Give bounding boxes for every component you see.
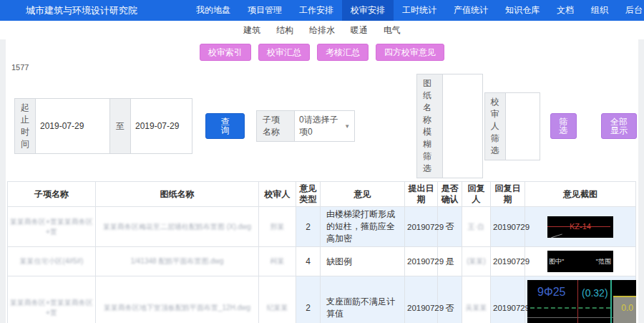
subitem-group: 子项名称 0请选择子项0 ▼ [256, 110, 355, 142]
table-header-row: 子项名称 图纸名称 校审人 意见类型 意见 提出日期 是否确认 回复人 回复日期… [8, 182, 636, 207]
nav-item-work-schedule[interactable]: 工作安排 [291, 0, 342, 21]
rebar-callout: 9Φ25 [537, 286, 565, 299]
dimension-value: 0.0 [621, 303, 633, 313]
col-reply-date: 回复日期 [491, 182, 525, 207]
col-opinion: 意见 [321, 182, 405, 207]
app-title: 城市建筑与环境设计研究院 [26, 4, 137, 17]
cell-subitem: 某某商务区+置某某商务区+置 [8, 276, 96, 323]
cell-screenshot: 9Φ25 (0.32) 0.0 [525, 276, 636, 323]
cell-opinion: 由楼梯梁打断形成的短柱，箍筋应全高加密 [321, 207, 405, 247]
four-party-review-button[interactable]: 四方校审意见 [376, 44, 444, 61]
table-row: 某某住宅小区(4#5#) 1/41348 配筋平面布置图.dwg 柯某 4 缺图… [8, 247, 636, 276]
nav-item-my-area[interactable]: 我的地盘 [187, 0, 239, 21]
tab-architecture[interactable]: 建筑 [243, 24, 260, 37]
cell-submit-date: 20190729 [405, 276, 438, 323]
reviewer-filter-input[interactable] [506, 92, 540, 160]
cell-opinion: 缺图例 [321, 247, 405, 276]
cell-reply-date: 20190729 [491, 207, 525, 247]
cell-drawing: 某某商务区梅花至二层墙柱配筋布置图 (X).dwg [96, 207, 259, 247]
filter-button[interactable]: 筛选 [550, 113, 577, 139]
cell-screenshot: KZ-14 [525, 207, 636, 247]
cell-reply-date: 20190729 [491, 247, 525, 276]
filter-bar: 起止时间 至 查询 子项名称 0请选择子项0 ▼ 图纸名称模糊筛选 校审人筛选 … [7, 74, 637, 178]
col-drawing-name: 图纸名称 [96, 182, 259, 207]
cell-replier: 吴某某 [462, 276, 491, 323]
reviewer-filter-label: 校审人筛选 [484, 92, 506, 160]
cell-opinion-type: 2 [296, 207, 321, 247]
column-label: KZ-14 [547, 222, 613, 231]
drawing-filter-group: 图纸名称模糊筛选 [416, 74, 483, 178]
subitem-label: 子项名称 [256, 110, 295, 142]
cell-opinion: 支座面筋不满足计算值 [321, 276, 405, 323]
dashed-grid-line [530, 307, 610, 309]
review-table: 子项名称 图纸名称 校审人 意见类型 意见 提出日期 是否确认 回复人 回复日期… [7, 181, 636, 323]
col-subitem-name: 子项名称 [8, 182, 96, 207]
assessment-summary-button[interactable]: 考核汇总 [317, 44, 369, 61]
nav-item-backend[interactable]: 后台 [617, 0, 644, 21]
nav-item-org[interactable]: 组织 [582, 0, 617, 21]
cell-reviewer: 邢某 [259, 207, 296, 247]
cell-replier: (某某) [462, 247, 491, 276]
tab-electrical[interactable]: 电气 [384, 24, 401, 37]
col-submit-date: 提出日期 [405, 182, 438, 207]
date-range-label: 起止时间 [14, 98, 36, 154]
nav-item-hours-stats[interactable]: 工时统计 [394, 0, 445, 21]
tab-structure[interactable]: 结构 [276, 24, 293, 37]
query-button[interactable]: 查询 [205, 113, 245, 139]
col-opinion-type: 意见类型 [296, 182, 321, 207]
record-count: 1577 [11, 63, 637, 72]
cell-subitem: 某某住宅小区(4#5#) [8, 247, 96, 276]
subitem-select[interactable]: 0请选择子项0 ▼ [295, 110, 355, 142]
cell-reply-date: 20190729 [491, 276, 525, 323]
date-to-input[interactable] [131, 98, 192, 154]
cell-drawing: 某某商务区地下室顶板配筋平面布置_12H.dwg [96, 276, 259, 323]
show-all-button[interactable]: 全部显示 [601, 113, 637, 139]
discipline-tabs: 建筑 结构 给排水 暖通 电气 [0, 21, 644, 39]
cell-subitem: 某某商务区+置某某商务区+置 [8, 207, 96, 247]
action-button-row: 校审索引 校审汇总 考核汇总 四方校审意见 [7, 39, 637, 61]
tab-plumbing[interactable]: 给排水 [309, 24, 335, 37]
cell-opinion-type: 4 [296, 247, 321, 276]
red-axis-line [577, 280, 578, 323]
annotation-text: "范围 [596, 257, 611, 266]
date-to-label: 至 [110, 98, 131, 154]
cad-screenshot-legend[interactable]: 图中" "范围 [547, 251, 613, 272]
teal-axis-line [610, 280, 612, 323]
tab-hvac[interactable]: 暖通 [351, 24, 368, 37]
select-caret-icon: ▼ [344, 123, 350, 130]
cad-screenshot-rebar-032[interactable]: 9Φ25 (0.32) 0.0 [527, 280, 636, 323]
cell-reviewer: 柯某 [259, 247, 296, 276]
col-replier: 回复人 [462, 182, 491, 207]
drawing-filter-label: 图纸名称模糊筛选 [416, 74, 443, 178]
main-content: 校审索引 校审汇总 考核汇总 四方校审意见 1577 起止时间 至 查询 子项名… [6, 39, 638, 323]
table-row: 某某商务区+置某某商务区+置 某某商务区梅花至二层墙柱配筋布置图 (X).dwg… [8, 207, 636, 247]
cell-reviewer: 纪某某 [259, 276, 296, 323]
reviewer-filter-group: 校审人筛选 [484, 92, 540, 160]
col-confirmed: 是否确认 [438, 182, 462, 207]
cell-replier: 王·自 [462, 207, 491, 247]
cell-submit-date: 20190729 [405, 207, 438, 247]
table-row: 某某商务区+置某某商务区+置 某某商务区地下室顶板配筋平面布置_12H.dwg … [8, 276, 636, 323]
cell-submit-date: 20190729 [405, 247, 438, 276]
cell-opinion-type: 2 [296, 276, 321, 323]
rebar-ratio: (0.32) [582, 287, 608, 299]
review-index-button[interactable]: 校审索引 [200, 44, 251, 61]
date-from-input[interactable] [36, 98, 110, 154]
nav-item-project-mgmt[interactable]: 项目管理 [239, 0, 291, 21]
nav-item-review-schedule[interactable]: 校审安排 [342, 0, 394, 21]
grid-line [527, 317, 613, 318]
review-summary-button[interactable]: 校审汇总 [258, 44, 310, 61]
drawing-filter-input[interactable] [443, 74, 483, 178]
nav-menu: 我的地盘 项目管理 工作安排 校审安排 工时统计 产值统计 知识仓库 文档 组织… [187, 0, 644, 21]
cell-screenshot: 图中" "范围 [525, 247, 636, 276]
nav-item-docs[interactable]: 文档 [548, 0, 582, 21]
nav-item-knowledge-base[interactable]: 知识仓库 [497, 0, 548, 21]
cell-confirmed: 否 [438, 276, 462, 323]
annotation-text: 图中" [549, 257, 564, 266]
cell-drawing: 1/41348 配筋平面布置图.dwg [96, 247, 259, 276]
col-reviewer: 校审人 [259, 182, 296, 207]
cad-screenshot-kz14[interactable]: KZ-14 [547, 216, 613, 238]
nav-item-output-stats[interactable]: 产值统计 [445, 0, 497, 21]
date-range-group: 起止时间 至 [14, 98, 192, 154]
subitem-selected-value: 0请选择子项0 [299, 114, 344, 138]
